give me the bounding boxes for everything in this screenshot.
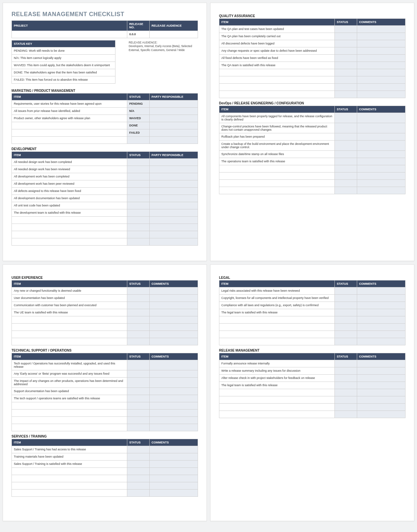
status-cell[interactable] bbox=[127, 490, 149, 497]
comments-cell[interactable] bbox=[357, 396, 405, 404]
item-cell[interactable] bbox=[12, 122, 127, 129]
item-cell[interactable] bbox=[219, 411, 335, 418]
status-cell[interactable] bbox=[334, 76, 357, 84]
party-cell[interactable] bbox=[149, 238, 198, 246]
item-cell[interactable]: All development documentation has been u… bbox=[12, 195, 127, 202]
status-cell[interactable] bbox=[127, 395, 149, 402]
item-cell[interactable]: All unit test code has been updated bbox=[12, 202, 127, 209]
item-cell[interactable] bbox=[12, 129, 127, 137]
status-cell[interactable] bbox=[127, 202, 149, 209]
status-cell[interactable] bbox=[334, 316, 357, 324]
comments-cell[interactable] bbox=[357, 55, 405, 62]
item-cell[interactable] bbox=[219, 338, 335, 345]
comments-cell[interactable] bbox=[357, 360, 405, 367]
item-cell[interactable]: Synchronize date/time stamp on all relea… bbox=[219, 151, 335, 158]
item-cell[interactable]: The tech support / operations teams are … bbox=[12, 395, 127, 402]
item-cell[interactable] bbox=[219, 173, 335, 180]
status-cell[interactable] bbox=[127, 331, 149, 338]
status-cell[interactable] bbox=[334, 389, 357, 396]
party-cell[interactable] bbox=[149, 209, 198, 217]
comments-cell[interactable] bbox=[149, 468, 198, 475]
item-cell[interactable] bbox=[12, 231, 127, 238]
item-cell[interactable]: Rollback plan has been prepared bbox=[219, 133, 335, 141]
project-value[interactable] bbox=[12, 31, 127, 38]
status-cell[interactable] bbox=[334, 404, 357, 411]
comments-cell[interactable] bbox=[149, 395, 198, 402]
item-cell[interactable]: The UE team is satisfied with this relea… bbox=[12, 309, 127, 316]
status-cell[interactable] bbox=[334, 123, 357, 133]
status-cell[interactable] bbox=[127, 238, 149, 246]
status-cell[interactable] bbox=[127, 338, 149, 345]
status-cell[interactable] bbox=[127, 370, 149, 378]
item-cell[interactable] bbox=[12, 475, 127, 482]
comments-cell[interactable] bbox=[149, 410, 198, 417]
comments-cell[interactable] bbox=[357, 324, 405, 331]
comments-cell[interactable] bbox=[357, 113, 405, 123]
status-cell[interactable] bbox=[127, 180, 149, 188]
comments-cell[interactable] bbox=[149, 482, 198, 490]
status-cell[interactable] bbox=[127, 195, 149, 202]
status-cell[interactable] bbox=[334, 113, 357, 123]
comments-cell[interactable] bbox=[149, 316, 198, 324]
release-audience-value[interactable] bbox=[149, 31, 198, 38]
status-cell[interactable] bbox=[334, 360, 357, 367]
item-cell[interactable]: Change-control practices have been follo… bbox=[219, 123, 335, 133]
status-cell[interactable] bbox=[334, 91, 357, 98]
comments-cell[interactable] bbox=[357, 389, 405, 396]
comments-cell[interactable] bbox=[149, 461, 198, 468]
status-cell[interactable] bbox=[334, 411, 357, 418]
item-cell[interactable]: After release check in with project stak… bbox=[219, 375, 335, 382]
status-cell[interactable] bbox=[127, 217, 149, 224]
status-cell[interactable] bbox=[334, 367, 357, 375]
comments-cell[interactable] bbox=[357, 40, 405, 47]
comments-cell[interactable] bbox=[357, 165, 405, 173]
party-cell[interactable] bbox=[149, 231, 198, 238]
status-cell[interactable]: DONE bbox=[127, 122, 149, 129]
comments-cell[interactable] bbox=[357, 133, 405, 141]
comments-cell[interactable] bbox=[357, 302, 405, 309]
item-cell[interactable] bbox=[12, 331, 127, 338]
item-cell[interactable]: The operations team is satisfied with th… bbox=[219, 158, 335, 165]
party-cell[interactable] bbox=[149, 108, 198, 115]
comments-cell[interactable] bbox=[357, 69, 405, 76]
status-cell[interactable] bbox=[334, 324, 357, 331]
status-cell[interactable] bbox=[127, 231, 149, 238]
item-cell[interactable] bbox=[12, 224, 127, 231]
comments-cell[interactable] bbox=[357, 158, 405, 165]
release-no-value[interactable]: 0.0.0 bbox=[127, 31, 149, 38]
item-cell[interactable]: All development work has been completed bbox=[12, 173, 127, 180]
item-cell[interactable] bbox=[219, 69, 335, 76]
status-cell[interactable] bbox=[127, 287, 149, 295]
comments-cell[interactable] bbox=[357, 187, 405, 194]
item-cell[interactable] bbox=[219, 180, 335, 187]
comments-cell[interactable] bbox=[149, 475, 198, 482]
status-cell[interactable] bbox=[334, 187, 357, 194]
status-cell[interactable] bbox=[127, 360, 149, 370]
status-cell[interactable] bbox=[127, 468, 149, 475]
item-cell[interactable]: Any new or changed functionality is deem… bbox=[12, 287, 127, 295]
status-cell[interactable] bbox=[334, 133, 357, 141]
item-cell[interactable] bbox=[12, 468, 127, 475]
status-cell[interactable] bbox=[334, 165, 357, 173]
comments-cell[interactable] bbox=[357, 331, 405, 338]
status-cell[interactable] bbox=[127, 295, 149, 302]
status-cell[interactable]: PENDING bbox=[127, 100, 149, 108]
status-cell[interactable] bbox=[127, 388, 149, 395]
status-cell[interactable] bbox=[334, 33, 357, 40]
item-cell[interactable]: All defects assigned to this release hav… bbox=[12, 188, 127, 195]
status-cell[interactable] bbox=[334, 40, 357, 47]
item-cell[interactable]: User documentation has been updated bbox=[12, 295, 127, 302]
item-cell[interactable] bbox=[12, 482, 127, 490]
item-cell[interactable]: Any change requests or spec update due t… bbox=[219, 47, 335, 55]
status-cell[interactable] bbox=[127, 309, 149, 316]
comments-cell[interactable] bbox=[357, 287, 405, 295]
comments-cell[interactable] bbox=[149, 360, 198, 370]
status-cell[interactable] bbox=[334, 295, 357, 302]
item-cell[interactable]: Support documentation has been updated bbox=[12, 388, 127, 395]
item-cell[interactable] bbox=[12, 324, 127, 331]
party-cell[interactable] bbox=[149, 115, 198, 122]
item-cell[interactable]: The QA team is satisfied with this relea… bbox=[219, 62, 335, 69]
comments-cell[interactable] bbox=[357, 151, 405, 158]
item-cell[interactable]: The legal team is satisfied with this re… bbox=[219, 309, 335, 316]
comments-cell[interactable] bbox=[357, 404, 405, 411]
